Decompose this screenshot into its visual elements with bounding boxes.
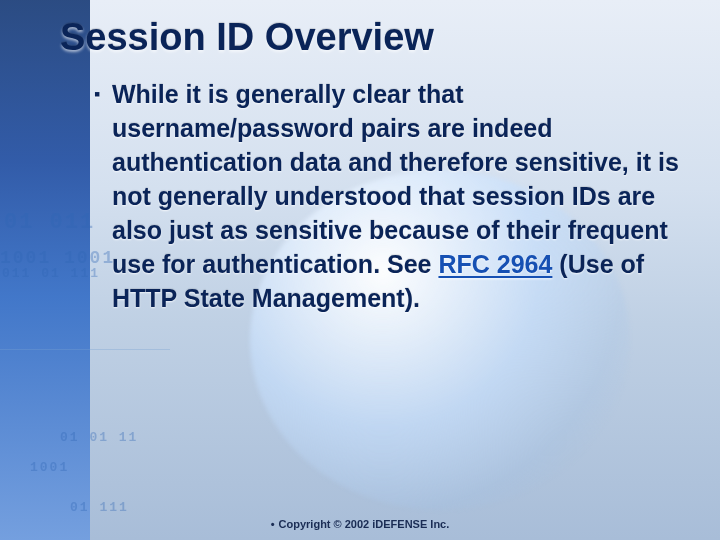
copyright-text: Copyright © 2002 iDEFENSE Inc. [279,518,450,530]
bullet-text-pre: While it is generally clear that usernam… [112,80,679,278]
footer-bullet-icon: • [271,518,275,530]
rfc-link[interactable]: RFC 2964 [438,250,552,278]
footer: •Copyright © 2002 iDEFENSE Inc. [0,518,720,530]
slide: Session ID Overview ▪ While it is genera… [0,0,720,540]
bullet-text: While it is generally clear that usernam… [112,77,684,315]
slide-title: Session ID Overview [60,16,684,59]
slide-body: ▪ While it is generally clear that usern… [60,77,684,315]
bullet-marker-icon: ▪ [94,77,112,315]
bullet-item: ▪ While it is generally clear that usern… [94,77,684,315]
